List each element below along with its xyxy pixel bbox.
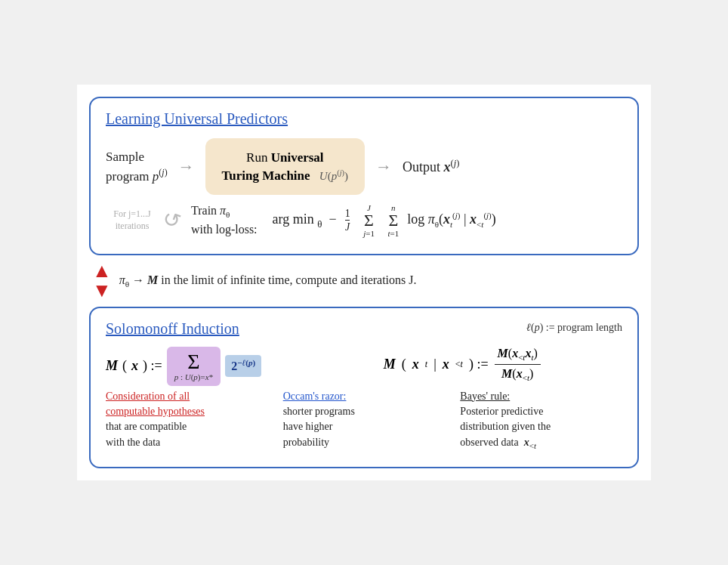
- utm-notation: U(p(j)): [319, 170, 348, 182]
- bottom-flow-row: For j=1...Jiterations ↺ Train πθwith log…: [106, 202, 622, 238]
- top-box-title: Learning Universal Predictors: [106, 110, 622, 128]
- ann1-underline: Consideration of allcomputable hypothese…: [106, 391, 205, 417]
- ell-note: ℓ(p) := program length: [526, 322, 622, 334]
- frac-num: M(x<txt): [495, 347, 541, 365]
- fraction: M(x<txt) M(x<t): [495, 347, 541, 382]
- sample-text: Sampleprogram p(j): [106, 147, 168, 187]
- annotation-2: Occam's razor: shorter programshave high…: [283, 389, 446, 450]
- ann3-rest: Posterior predictivedistribution given t…: [460, 406, 551, 448]
- flow-row: Sampleprogram p(j) → Run UniversalTuring…: [106, 138, 622, 196]
- output-text: Output x(j): [403, 158, 459, 175]
- frac-den: M(x<t): [498, 365, 536, 382]
- power-block: 2−ℓ(p): [225, 355, 261, 376]
- double-arrow-icon: ▲ ▼: [92, 261, 112, 301]
- bottom-annotations-row: Consideration of allcomputable hypothese…: [106, 389, 622, 452]
- sum-block: Σ p : U(p)=x*: [167, 347, 221, 386]
- loop-arrow-icon: ↺: [159, 206, 184, 236]
- right-arrow-icon: →: [178, 157, 195, 177]
- utm-box: Run UniversalTuring Machine U(p(j)): [205, 138, 366, 196]
- ann3-underline: Bayes' rule:: [460, 391, 510, 402]
- middle-row: ▲ ▼ πθ → M in the limit of infinite time…: [89, 255, 639, 307]
- bottom-formulas-row: M(x) := Σ p : U(p)=x* 2−ℓ(p) M(xt | x<t)…: [106, 347, 622, 386]
- for-j-text: For j=1...Jiterations: [106, 208, 159, 232]
- annotation-3: Bayes' rule: Posterior predictivedistrib…: [460, 389, 622, 452]
- annotation-1: Consideration of allcomputable hypothese…: [106, 389, 268, 450]
- main-container: Learning Universal Predictors Sampleprog…: [77, 85, 651, 480]
- formula-area: arg min θ − 1 J J Σ j=1 n Σ t=1: [273, 203, 496, 238]
- bottom-box-title: Solomonoff Induction: [106, 320, 239, 338]
- right-arrow-2-icon: →: [375, 157, 392, 177]
- middle-text: πθ → M in the limit of infinite time, co…: [119, 273, 417, 289]
- top-box: Learning Universal Predictors Sampleprog…: [89, 97, 639, 255]
- bottom-box: Solomonoff Induction ℓ(p) := program len…: [89, 307, 639, 469]
- mxt-formula: M(xt | x<t) := M(x<txt) M(x<t): [384, 347, 622, 382]
- bottom-top-row: Solomonoff Induction ℓ(p) := program len…: [106, 320, 622, 347]
- ann1-rest: that are compatiblewith the data: [106, 421, 187, 447]
- ann2-underline: Occam's razor:: [283, 391, 347, 402]
- train-text: Train πθwith log-loss:: [191, 202, 258, 238]
- utm-label: Run UniversalTuring Machine: [222, 150, 324, 183]
- ann2-rest: shorter programshave higherprobability: [283, 406, 355, 448]
- mx-formula: M(x) := Σ p : U(p)=x* 2−ℓ(p): [106, 347, 369, 386]
